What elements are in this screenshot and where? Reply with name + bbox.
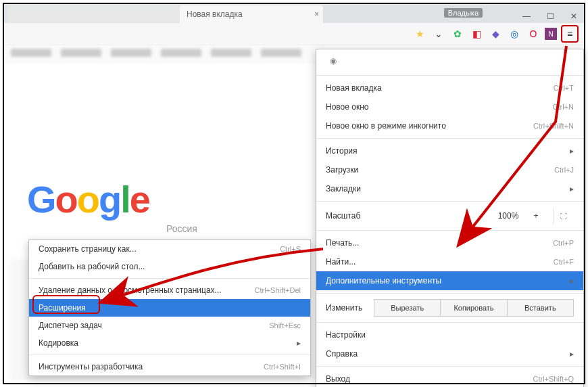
submenu-devtools[interactable]: Инструменты разработчикаCtrl+Shift+I — [29, 358, 310, 375]
evernote-icon[interactable]: ✿ — [450, 26, 465, 41]
menu-find[interactable]: Найти...Ctrl+F — [316, 252, 583, 271]
menu-new-tab[interactable]: Новая вкладкаCtrl+T — [316, 78, 583, 97]
copy-button[interactable]: Копировать — [440, 299, 507, 317]
zoom-in-button[interactable]: + — [526, 208, 546, 224]
menu-exit[interactable]: ВыходCtrl+Shift+Q — [316, 369, 583, 387]
menu-incognito[interactable]: Новое окно в режиме инкогнитоCtrl+Shift+… — [316, 116, 583, 135]
close-icon[interactable]: × — [314, 9, 319, 19]
extension-purple-icon[interactable]: ◆ — [488, 26, 503, 41]
zoom-value: 100% — [493, 211, 523, 221]
onenote-icon[interactable]: N — [545, 28, 557, 40]
menu-bookmarks[interactable]: Закладки▸ — [316, 179, 583, 198]
cast-icon[interactable]: ◉ — [326, 56, 341, 66]
star-icon[interactable]: ★ — [412, 26, 427, 41]
menu-settings[interactable]: Настройки — [316, 325, 583, 344]
google-logo-sub: Россия — [166, 223, 197, 234]
extension-video-icon[interactable]: ◎ — [507, 26, 522, 41]
maximize-icon[interactable]: ☐ — [547, 12, 554, 21]
toolbar: ★ ⌄ ✿ ◧ ◆ ◎ O N ≡ — [4, 23, 584, 45]
extension-badge-icon[interactable]: ◧ — [469, 26, 484, 41]
submenu-clear-browsing-data[interactable]: Удаление данных о просмотренных страница… — [29, 281, 310, 299]
more-tools-submenu: Сохранить страницу как...Ctrl+S Добавить… — [28, 240, 311, 376]
chevron-right-icon: ▸ — [570, 349, 574, 359]
pocket-icon[interactable]: ⌄ — [431, 26, 446, 41]
edit-label: Изменить — [326, 303, 374, 313]
paste-button[interactable]: Вставить — [507, 299, 574, 317]
chevron-right-icon: ▸ — [570, 146, 574, 156]
menu-cast-icon-row: ◉ — [316, 49, 583, 72]
menu-history[interactable]: История▸ — [316, 141, 583, 160]
chevron-right-icon: ▸ — [570, 184, 574, 194]
menu-print[interactable]: Печать...Ctrl+P — [316, 233, 583, 252]
submenu-save-as[interactable]: Сохранить страницу как...Ctrl+S — [29, 240, 310, 258]
tab-inactive[interactable] — [7, 5, 197, 23]
zoom-label: Масштаб — [326, 211, 470, 221]
submenu-add-to-desktop[interactable]: Добавить на рабочий стол... — [29, 258, 310, 275]
menu-more-tools[interactable]: Дополнительные инструменты▸ — [316, 271, 583, 290]
opera-icon[interactable]: O — [526, 26, 541, 41]
main-menu: ◉ Новая вкладкаCtrl+T Новое окноCtrl+N Н… — [316, 49, 584, 387]
minimize-icon[interactable]: — — [522, 12, 531, 21]
menu-new-window[interactable]: Новое окноCtrl+N — [316, 97, 583, 116]
menu-edit-row: Изменить Вырезать Копировать Вставить — [316, 296, 583, 319]
submenu-extensions[interactable]: Расширения — [29, 299, 310, 317]
fullscreen-icon[interactable]: ⛶ — [553, 208, 574, 224]
tab-strip: Новая вкладка × Владыка — ☐ ✕ — [4, 4, 584, 23]
tab-active[interactable]: Новая вкладка × — [180, 5, 323, 23]
submenu-task-manager[interactable]: Диспетчер задачShift+Esc — [29, 317, 310, 334]
chevron-right-icon: ▸ — [297, 338, 301, 348]
menu-downloads[interactable]: ЗагрузкиCtrl+J — [316, 160, 583, 179]
submenu-encoding[interactable]: Кодировка▸ — [29, 334, 310, 352]
tab-title: Новая вкладка — [187, 9, 243, 19]
menu-help[interactable]: Справка▸ — [316, 344, 583, 363]
zoom-out-button[interactable]: - — [470, 208, 491, 224]
hamburger-menu-button[interactable]: ≡ — [561, 25, 579, 43]
profile-chip[interactable]: Владыка — [444, 8, 483, 18]
chevron-right-icon: ▸ — [570, 276, 574, 286]
menu-zoom-row: Масштаб - 100% + ⛶ — [316, 204, 583, 227]
cut-button[interactable]: Вырезать — [374, 299, 441, 317]
google-logo: Google — [27, 177, 149, 221]
close-window-icon[interactable]: ✕ — [570, 12, 577, 21]
